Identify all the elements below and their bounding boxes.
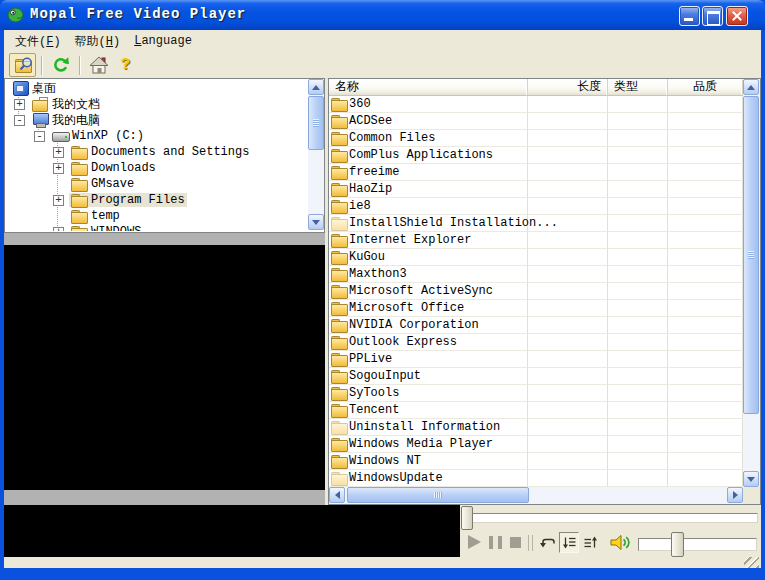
tree-item[interactable]: Downloads [6, 160, 307, 176]
stop-button[interactable] [510, 537, 521, 548]
tree-item-icon [71, 145, 88, 159]
tree-item[interactable]: Documents and Settings [6, 144, 307, 160]
file-name: Internet Explorer [349, 233, 471, 247]
expand-toggle[interactable] [53, 227, 64, 232]
expand-toggle[interactable] [34, 131, 45, 142]
scroll-right-button[interactable] [727, 487, 743, 503]
file-name: Outlook Express [349, 335, 457, 349]
cell-name: Windows Media Player [329, 436, 528, 453]
help-button[interactable] [112, 53, 139, 77]
tree-node: Program Files [69, 193, 187, 207]
scroll-left-button[interactable] [329, 487, 345, 503]
list-row[interactable]: SyTools [329, 385, 743, 402]
tree-item[interactable]: 我的文档 [6, 96, 307, 112]
tree-item[interactable]: 我的电脑 [6, 112, 307, 128]
cell-quality [668, 249, 743, 266]
seek-slider-track[interactable] [472, 513, 758, 523]
list-row[interactable]: ie8 [329, 198, 743, 215]
volume-slider-track[interactable] [638, 538, 757, 551]
browse-button[interactable] [9, 53, 36, 77]
column-header-name[interactable]: 名称 [329, 79, 528, 95]
play-list-button[interactable] [583, 535, 598, 550]
expand-toggle[interactable] [14, 99, 25, 110]
cell-name: KuGou [329, 249, 528, 266]
seek-slider-thumb[interactable] [461, 506, 473, 530]
menu-item-file[interactable]: 文件(F) [8, 31, 68, 52]
cell-name: ACDSee [329, 113, 528, 130]
list-row[interactable]: Internet Explorer [329, 232, 743, 249]
refresh-button[interactable] [47, 53, 74, 77]
list-row[interactable]: KuGou [329, 249, 743, 266]
loop-button[interactable] [539, 535, 557, 551]
list-row[interactable]: Microsoft Office [329, 300, 743, 317]
file-name: Common Files [349, 131, 435, 145]
expand-toggle[interactable] [14, 115, 25, 126]
tree-item[interactable]: temp [6, 208, 307, 224]
column-header-length[interactable]: 长度 [528, 79, 608, 95]
scroll-down-button[interactable] [743, 471, 759, 487]
scroll-up-button[interactable] [743, 79, 759, 95]
list-row[interactable]: WindowsUpdate [329, 470, 743, 487]
list-row[interactable]: Tencent [329, 402, 743, 419]
expand-toggle[interactable] [53, 147, 64, 158]
tree-scrollbar[interactable] [308, 79, 324, 230]
list-row[interactable]: Uninstall Information [329, 419, 743, 436]
cell-quality [668, 300, 743, 317]
column-header-quality[interactable]: 品质 [668, 79, 743, 95]
tree-item-label: Downloads [91, 161, 156, 175]
cell-type [608, 232, 668, 249]
file-name: ACDSee [349, 114, 392, 128]
list-scrollbar-vertical[interactable] [743, 79, 760, 487]
tree-item[interactable]: Program Files [6, 192, 307, 208]
file-name: InstallShield Installation... [349, 216, 558, 230]
tree-item-label: 我的电脑 [52, 112, 100, 129]
list-row[interactable]: SogouInput [329, 368, 743, 385]
titlebar[interactable]: Mopal Free Video Player [0, 0, 765, 30]
list-row[interactable]: Windows Media Player [329, 436, 743, 453]
tree-item[interactable]: GMsave [6, 176, 307, 192]
volume-icon[interactable] [610, 533, 633, 552]
list-row[interactable]: Windows NT [329, 453, 743, 470]
play-button[interactable] [468, 535, 481, 549]
tree-item[interactable]: 桌面 [6, 80, 307, 96]
list-row[interactable]: ComPlus Applications [329, 147, 743, 164]
column-header-type[interactable]: 类型 [608, 79, 668, 95]
list-row[interactable]: Maxthon3 [329, 266, 743, 283]
scroll-thumb[interactable] [308, 96, 324, 150]
list-row[interactable]: Microsoft ActiveSync [329, 283, 743, 300]
maximize-button[interactable] [702, 6, 723, 26]
home-button[interactable] [85, 53, 112, 77]
list-row[interactable]: HaoZip [329, 181, 743, 198]
play-order-button[interactable] [559, 532, 579, 553]
tree-item[interactable]: WINDOWS [6, 224, 307, 231]
list-row[interactable]: Common Files [329, 130, 743, 147]
scroll-thumb[interactable] [743, 96, 759, 414]
resize-grip[interactable] [744, 557, 759, 568]
list-scrollbar-horizontal[interactable] [329, 487, 743, 504]
file-name: ComPlus Applications [349, 148, 493, 162]
list-row[interactable]: 360 [329, 96, 743, 113]
list-row[interactable]: ACDSee [329, 113, 743, 130]
scroll-up-button[interactable] [308, 79, 324, 95]
cell-length [528, 96, 608, 113]
list-row[interactable]: freeime [329, 164, 743, 181]
volume-slider-thumb[interactable] [671, 532, 684, 557]
scroll-thumb[interactable] [347, 487, 529, 503]
list-row[interactable]: InstallShield Installation... [329, 215, 743, 232]
folder-icon [331, 217, 347, 230]
list-row[interactable]: NVIDIA Corporation [329, 317, 743, 334]
menu-item-help[interactable]: 帮助(H) [68, 31, 128, 52]
close-button[interactable] [726, 6, 748, 26]
menu-item-language[interactable]: Language [127, 32, 199, 50]
tree-item[interactable]: WinXP (C:) [6, 128, 307, 144]
cell-quality [668, 164, 743, 181]
list-row[interactable]: Outlook Express [329, 334, 743, 351]
expand-toggle[interactable] [53, 195, 64, 206]
cell-quality [668, 96, 743, 113]
expand-toggle[interactable] [53, 163, 64, 174]
pause-button[interactable] [489, 536, 502, 549]
list-row[interactable]: PPLive [329, 351, 743, 368]
minimize-button[interactable] [679, 6, 700, 26]
playback-panel [460, 505, 761, 557]
scroll-down-button[interactable] [308, 214, 324, 230]
